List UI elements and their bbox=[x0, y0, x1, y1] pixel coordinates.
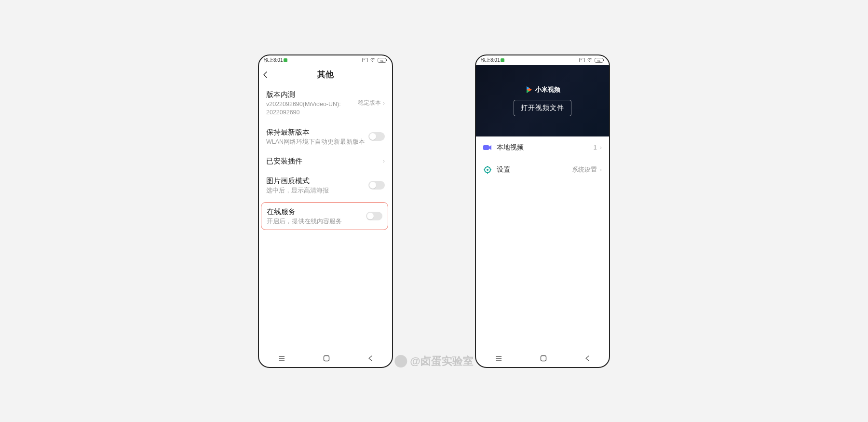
status-indicator-icon bbox=[501, 58, 504, 62]
svg-rect-12 bbox=[603, 59, 604, 61]
status-indicator-icon bbox=[284, 58, 287, 62]
row-image-quality-sub: 选中后，显示高清海报 bbox=[266, 187, 368, 195]
nav-recent-icon[interactable] bbox=[495, 355, 502, 361]
svg-point-1 bbox=[372, 61, 373, 62]
phone-mi-video: 晚上8:01 91 小米视频 打开视 bbox=[475, 54, 610, 368]
watermark-text: @卤蛋实验室 bbox=[410, 354, 473, 368]
row-local-video-count: 1 bbox=[593, 144, 597, 151]
row-auto-update-sub: WLAN网络环境下自动更新最新版本 bbox=[266, 138, 368, 147]
row-plugins-label: 已安装插件 bbox=[266, 156, 383, 166]
row-version-label: 版本内测 bbox=[266, 89, 358, 99]
row-settings[interactable]: 设置 系统设置 › bbox=[476, 159, 609, 181]
wechat-icon bbox=[394, 355, 407, 368]
wifi-icon bbox=[370, 58, 376, 62]
back-button[interactable] bbox=[263, 71, 268, 79]
row-online-service-sub: 开启后，提供在线内容服务 bbox=[267, 218, 366, 226]
row-online-service-label: 在线服务 bbox=[267, 206, 366, 217]
row-plugins[interactable]: 已安装插件 › bbox=[259, 151, 392, 171]
page-title: 其他 bbox=[259, 69, 392, 80]
chevron-right-icon: › bbox=[600, 144, 602, 151]
row-auto-update-label: 保持最新版本 bbox=[266, 127, 368, 137]
nav-back-icon[interactable] bbox=[585, 355, 590, 362]
highlighted-online-service: 在线服务 开启后，提供在线内容服务 bbox=[261, 202, 388, 231]
watermark: @卤蛋实验室 bbox=[394, 354, 473, 368]
mi-video-brand: 小米视频 bbox=[525, 85, 560, 94]
status-time: 晚上8:01 bbox=[481, 57, 500, 64]
title-bar: 其他 bbox=[259, 65, 392, 84]
row-version-tag: 稳定版本 bbox=[358, 99, 381, 107]
nav-back-icon[interactable] bbox=[368, 355, 373, 362]
auto-update-toggle[interactable] bbox=[368, 132, 385, 141]
row-image-quality[interactable]: 图片画质模式 选中后，显示高清海报 bbox=[259, 171, 392, 200]
chevron-right-icon: › bbox=[383, 99, 385, 107]
nav-recent-icon[interactable] bbox=[278, 355, 285, 361]
status-time: 晚上8:01 bbox=[264, 57, 283, 64]
svg-rect-8 bbox=[324, 355, 329, 361]
nav-home-icon[interactable] bbox=[540, 355, 547, 362]
video-camera-icon bbox=[483, 144, 492, 151]
row-local-video-label: 本地视频 bbox=[497, 143, 524, 152]
image-quality-toggle[interactable] bbox=[368, 181, 385, 190]
nav-home-icon[interactable] bbox=[323, 355, 330, 362]
chevron-right-icon: › bbox=[383, 157, 385, 164]
online-service-toggle[interactable] bbox=[366, 212, 382, 220]
android-nav-bar bbox=[259, 350, 392, 367]
svg-text:91: 91 bbox=[597, 59, 601, 62]
open-video-file-button[interactable]: 打开视频文件 bbox=[514, 100, 571, 116]
row-version[interactable]: 版本内测 v2022092690(MiVideo-UN): 2022092690… bbox=[259, 84, 392, 122]
hero-area: 小米视频 打开视频文件 bbox=[476, 65, 609, 136]
row-local-video[interactable]: 本地视频 1 › bbox=[476, 136, 609, 159]
android-nav-bar bbox=[476, 350, 609, 367]
svg-point-10 bbox=[589, 61, 590, 62]
card-icon bbox=[362, 58, 368, 62]
gear-icon bbox=[483, 166, 492, 173]
play-logo-icon bbox=[525, 86, 533, 94]
row-version-sub: v2022092690(MiVideo-UN): 2022092690 bbox=[266, 100, 358, 117]
svg-rect-0 bbox=[363, 58, 368, 62]
chevron-right-icon: › bbox=[600, 166, 602, 173]
card-icon bbox=[579, 58, 585, 62]
wifi-icon bbox=[587, 58, 593, 62]
row-auto-update[interactable]: 保持最新版本 WLAN网络环境下自动更新最新版本 bbox=[259, 122, 392, 151]
status-bar: 晚上8:01 91 bbox=[476, 55, 609, 65]
brand-text: 小米视频 bbox=[535, 85, 560, 94]
svg-rect-24 bbox=[541, 355, 546, 361]
phone-settings-other: 晚上8:01 91 其他 版本内测 v2022092690(MiVideo-UN… bbox=[258, 54, 393, 368]
svg-point-16 bbox=[487, 169, 488, 171]
svg-rect-9 bbox=[580, 58, 585, 62]
battery-icon: 91 bbox=[595, 58, 604, 63]
status-bar: 晚上8:01 91 bbox=[259, 55, 392, 65]
row-settings-tag: 系统设置 bbox=[572, 165, 597, 174]
battery-icon: 91 bbox=[378, 58, 387, 63]
row-image-quality-label: 图片画质模式 bbox=[266, 176, 368, 186]
svg-text:91: 91 bbox=[380, 59, 384, 62]
row-settings-label: 设置 bbox=[497, 165, 510, 174]
svg-rect-14 bbox=[483, 145, 489, 150]
svg-rect-3 bbox=[386, 59, 387, 61]
row-online-service[interactable]: 在线服务 开启后，提供在线内容服务 bbox=[267, 206, 382, 226]
